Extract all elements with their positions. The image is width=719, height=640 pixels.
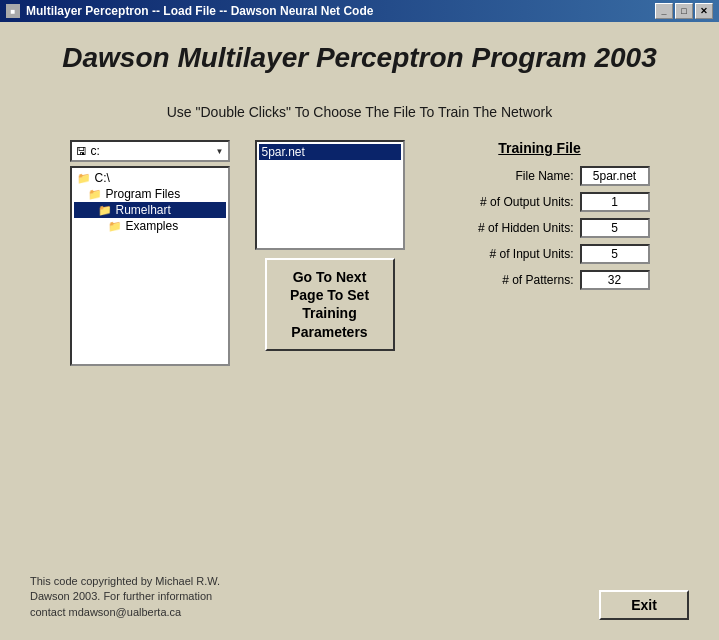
drive-icon: 🖫 bbox=[76, 145, 87, 157]
dir-label: Rumelhart bbox=[116, 203, 171, 217]
middle-section: 🖫 c: ▼ 📁 C:\ 📁 Program Files 📁 Ru bbox=[30, 140, 689, 366]
training-label-output: # of Output Units: bbox=[480, 195, 573, 209]
instruction-text: Use "Double Clicks" To Choose The File T… bbox=[167, 104, 553, 120]
folder-icon: 📁 bbox=[88, 188, 102, 201]
training-row-patterns: # of Patterns: 32 bbox=[430, 270, 650, 290]
training-value-filename: 5par.net bbox=[580, 166, 650, 186]
title-bar-buttons: _ □ ✕ bbox=[655, 3, 713, 19]
next-page-button[interactable]: Go To Next Page To Set Training Paramete… bbox=[265, 258, 395, 351]
dir-item-rumelhart[interactable]: 📁 Rumelhart bbox=[74, 202, 226, 218]
close-button[interactable]: ✕ bbox=[695, 3, 713, 19]
training-value-patterns: 32 bbox=[580, 270, 650, 290]
app-title: Dawson Multilayer Perceptron Program 200… bbox=[62, 42, 656, 74]
minimize-button[interactable]: _ bbox=[655, 3, 673, 19]
app-icon: ■ bbox=[6, 4, 20, 18]
training-label-input: # of Input Units: bbox=[489, 247, 573, 261]
dir-item-c[interactable]: 📁 C:\ bbox=[74, 170, 226, 186]
center-panel: 5par.net Go To Next Page To Set Training… bbox=[250, 140, 410, 351]
training-value-input: 5 bbox=[580, 244, 650, 264]
exit-button[interactable]: Exit bbox=[599, 590, 689, 620]
file-list-box[interactable]: 5par.net bbox=[255, 140, 405, 250]
title-bar: ■ Multilayer Perceptron -- Load File -- … bbox=[0, 0, 719, 22]
main-content: Dawson Multilayer Perceptron Program 200… bbox=[0, 22, 719, 640]
dir-item-program-files[interactable]: 📁 Program Files bbox=[74, 186, 226, 202]
training-row-filename: File Name: 5par.net bbox=[430, 166, 650, 186]
folder-icon: 📁 bbox=[108, 220, 122, 233]
copyright-text: This code copyrighted by Michael R.W. Da… bbox=[30, 574, 250, 620]
maximize-button[interactable]: □ bbox=[675, 3, 693, 19]
dir-label: C:\ bbox=[95, 171, 110, 185]
bottom-section: This code copyrighted by Michael R.W. Da… bbox=[30, 554, 689, 620]
dir-item-examples[interactable]: 📁 Examples bbox=[74, 218, 226, 234]
training-label-filename: File Name: bbox=[515, 169, 573, 183]
training-row-hidden: # of Hidden Units: 5 bbox=[430, 218, 650, 238]
dir-label: Program Files bbox=[106, 187, 181, 201]
drive-select-row: 🖫 c: ▼ bbox=[70, 140, 230, 162]
drive-select[interactable]: 🖫 c: ▼ bbox=[70, 140, 230, 162]
training-label-patterns: # of Patterns: bbox=[502, 273, 573, 287]
file-item[interactable]: 5par.net bbox=[259, 144, 401, 160]
directory-list[interactable]: 📁 C:\ 📁 Program Files 📁 Rumelhart 📁 Exam… bbox=[70, 166, 230, 366]
file-browser: 🖫 c: ▼ 📁 C:\ 📁 Program Files 📁 Ru bbox=[70, 140, 230, 366]
training-panel: Training File File Name: 5par.net # of O… bbox=[430, 140, 650, 296]
drive-dropdown-arrow: ▼ bbox=[216, 147, 224, 156]
folder-icon: 📁 bbox=[98, 204, 112, 217]
training-label-hidden: # of Hidden Units: bbox=[478, 221, 573, 235]
training-value-hidden: 5 bbox=[580, 218, 650, 238]
title-bar-text: Multilayer Perceptron -- Load File -- Da… bbox=[26, 4, 373, 18]
training-file-title: Training File bbox=[430, 140, 650, 156]
training-row-input: # of Input Units: 5 bbox=[430, 244, 650, 264]
folder-icon: 📁 bbox=[77, 172, 91, 185]
drive-label: c: bbox=[91, 144, 100, 158]
training-row-output: # of Output Units: 1 bbox=[430, 192, 650, 212]
dir-label: Examples bbox=[126, 219, 179, 233]
training-value-output: 1 bbox=[580, 192, 650, 212]
